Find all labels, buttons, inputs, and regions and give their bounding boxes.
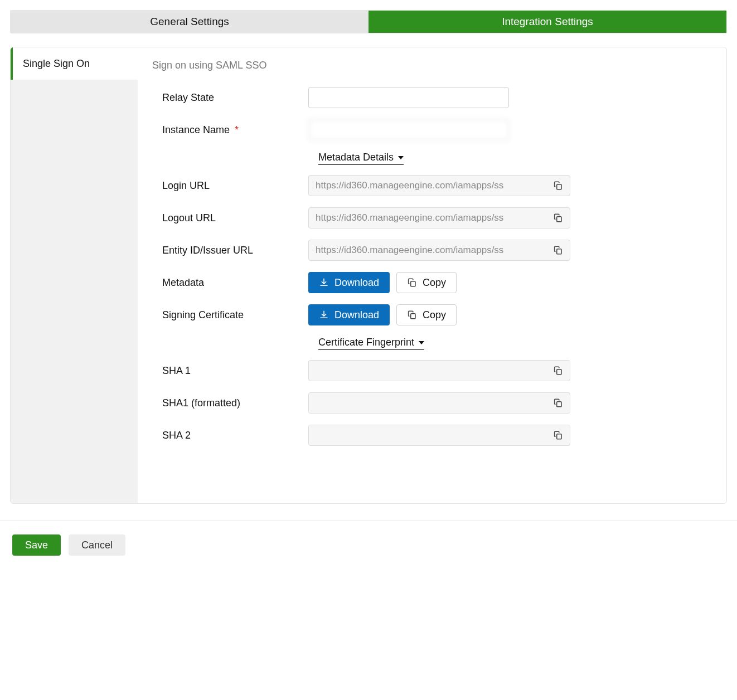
copy-metadata-button[interactable]: Copy [396,272,457,293]
tab-integration-settings[interactable]: Integration Settings [368,11,726,33]
row-cert-fingerprint-heading: Certificate Fingerprint [152,337,701,350]
settings-tabs: General Settings Integration Settings [10,10,727,33]
integration-sidebar: Single Sign On [11,47,138,503]
download-icon [319,278,329,288]
save-button[interactable]: Save [12,534,61,556]
metadata-details-toggle[interactable]: Metadata Details [318,152,404,165]
label-sha1-formatted: SHA1 (formatted) [152,397,308,409]
instance-name-input[interactable] [308,119,509,140]
label-sha1: SHA 1 [152,365,308,377]
copy-entity-id-button[interactable] [546,245,570,255]
label-metadata: Metadata [152,277,308,289]
row-instance-name: Instance Name * [152,119,701,140]
row-login-url: Login URL https://id360.manageengine.com… [152,175,701,196]
copy-sha1-button[interactable] [546,366,570,376]
sha2-field [308,425,570,446]
sha1-field [308,360,570,381]
entity-id-field: https://id360.manageengine.com/iamapps/s… [308,240,570,261]
label-logout-url: Logout URL [152,212,308,224]
download-icon [319,310,329,320]
copy-icon [553,430,563,440]
row-logout-url: Logout URL https://id360.manageengine.co… [152,207,701,229]
footer-actions: Save Cancel [10,534,727,556]
section-title: Sign on using SAML SSO [152,60,701,71]
label-login-url: Login URL [152,180,308,192]
copy-login-url-button[interactable] [546,181,570,191]
copy-logout-url-button[interactable] [546,213,570,223]
sso-form: Sign on using SAML SSO Relay State Insta… [138,47,726,503]
download-metadata-button[interactable]: Download [308,272,390,293]
label-entity-id: Entity ID/Issuer URL [152,245,308,256]
copy-sha1-formatted-button[interactable] [546,398,570,408]
logout-url-field: https://id360.manageengine.com/iamapps/s… [308,207,570,229]
login-url-field: https://id360.manageengine.com/iamapps/s… [308,175,570,196]
download-signing-cert-button[interactable]: Download [308,304,390,325]
footer-divider [0,521,737,521]
copy-icon [553,213,563,223]
row-metadata-details-heading: Metadata Details [152,152,701,165]
integration-panel: Single Sign On Sign on using SAML SSO Re… [10,47,727,504]
sidebar-item-single-sign-on[interactable]: Single Sign On [11,47,138,80]
label-relay-state: Relay State [152,92,308,104]
caret-down-icon [398,156,404,159]
tab-general-settings[interactable]: General Settings [11,11,368,33]
label-instance-name: Instance Name * [152,124,308,136]
sidebar-item-label: Single Sign On [23,58,90,70]
row-metadata: Metadata Download Copy [152,272,701,293]
label-sha2: SHA 2 [152,430,308,441]
copy-icon [407,278,417,288]
label-signing-certificate: Signing Certificate [152,309,308,321]
copy-icon [553,245,563,255]
login-url-value: https://id360.manageengine.com/iamapps/s… [309,180,546,191]
certificate-fingerprint-toggle[interactable]: Certificate Fingerprint [318,337,424,350]
sha1-formatted-field [308,392,570,414]
row-sha2: SHA 2 [152,425,701,446]
copy-icon [553,366,563,376]
copy-icon [553,181,563,191]
row-entity-id: Entity ID/Issuer URL https://id360.manag… [152,240,701,261]
logout-url-value: https://id360.manageengine.com/iamapps/s… [309,212,546,223]
entity-id-value: https://id360.manageengine.com/iamapps/s… [309,245,546,256]
required-mark: * [235,124,239,135]
copy-sha2-button[interactable] [546,430,570,440]
copy-icon [553,398,563,408]
row-sha1-formatted: SHA1 (formatted) [152,392,701,414]
relay-state-input[interactable] [308,87,509,108]
copy-icon [407,310,417,320]
caret-down-icon [419,341,424,344]
cancel-button[interactable]: Cancel [69,534,125,556]
row-relay-state: Relay State [152,87,701,108]
row-signing-certificate: Signing Certificate Download Copy [152,304,701,325]
copy-signing-cert-button[interactable]: Copy [396,304,457,325]
row-sha1: SHA 1 [152,360,701,381]
